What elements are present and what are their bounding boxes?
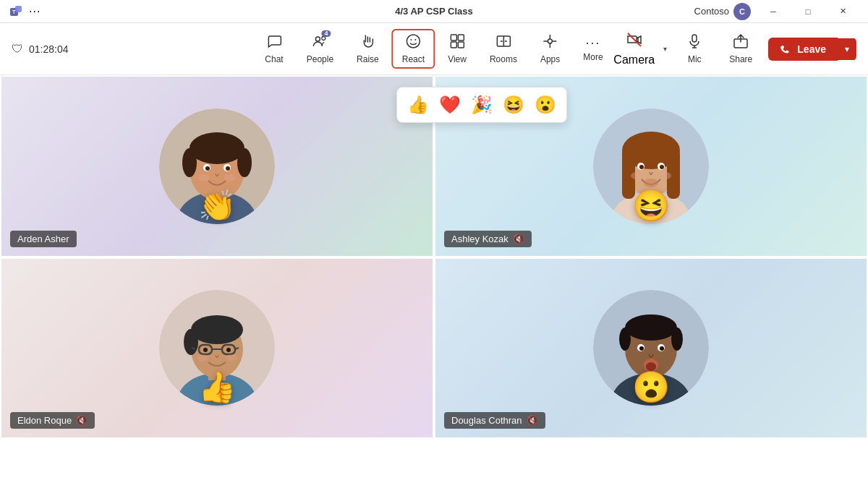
reaction-ashley: 😆 (632, 188, 670, 223)
svg-point-70 (625, 314, 677, 341)
camera-chevron-icon: ▾ (663, 45, 667, 53)
svg-rect-20 (692, 35, 697, 42)
close-button[interactable]: ✕ (826, 0, 859, 23)
toolbar-right: Camera ▾ Mic (608, 27, 856, 71)
react-laugh[interactable]: 😆 (501, 93, 526, 116)
apps-label: Apps (540, 54, 560, 64)
reaction-arden: 👏 (198, 188, 236, 223)
svg-point-46 (639, 165, 644, 169)
title-bar-left: T ··· (9, 4, 41, 19)
svg-point-48 (644, 179, 658, 187)
name-badge-arden: Arden Asher (10, 231, 77, 247)
react-label: React (402, 54, 425, 64)
maximize-button[interactable]: □ (791, 0, 825, 23)
svg-point-34 (226, 166, 230, 171)
chat-icon (266, 33, 282, 51)
eldon-mic-icon: 🔇 (76, 415, 88, 426)
react-thumbsup[interactable]: 👍 (406, 93, 430, 116)
svg-point-36 (224, 174, 236, 181)
mic-icon (686, 33, 702, 51)
camera-button[interactable]: Camera (608, 27, 660, 71)
svg-point-72 (671, 328, 683, 351)
toolbar: 🛡 01:28:04 Chat 4 Peopl (0, 23, 868, 75)
apps-icon (542, 33, 558, 51)
douglas-mic-icon: 🔇 (527, 415, 538, 426)
arden-name-label: Arden Asher (17, 234, 69, 244)
react-wow[interactable]: 😮 (533, 93, 558, 116)
svg-point-50 (660, 172, 671, 179)
more-dots[interactable]: ··· (29, 5, 41, 18)
svg-point-14 (548, 39, 553, 43)
ashley-mic-icon: 🔇 (513, 234, 524, 244)
reaction-douglas: 😮 (632, 369, 670, 405)
raise-button[interactable]: Raise (346, 29, 389, 69)
leave-label: Leave (797, 43, 826, 55)
svg-point-75 (639, 346, 644, 351)
chat-label: Chat (265, 54, 283, 64)
video-cell-arden: 👏 Arden Asher (0, 75, 434, 257)
share-label: Share (729, 54, 752, 64)
meeting-title: 4/3 AP CSP Class (395, 6, 472, 17)
share-button[interactable]: Share (719, 29, 762, 69)
mic-button[interactable]: Mic (676, 29, 713, 69)
camera-caret-button[interactable]: ▾ (660, 40, 670, 57)
rooms-button[interactable]: Rooms (480, 29, 527, 69)
camera-label: Camera (613, 53, 655, 67)
rooms-label: Rooms (490, 54, 517, 64)
svg-point-33 (205, 166, 210, 171)
svg-point-4 (322, 37, 326, 40)
people-button[interactable]: 4 People (297, 29, 344, 69)
svg-text:T: T (12, 9, 16, 14)
people-label: People (307, 54, 333, 64)
svg-point-3 (315, 37, 320, 41)
leave-button-group: Leave ▾ (768, 38, 856, 61)
leave-main-button[interactable]: Leave (768, 38, 838, 61)
share-icon (733, 33, 749, 51)
react-party[interactable]: 🎉 (469, 93, 494, 116)
react-button[interactable]: React (392, 29, 435, 69)
view-label: View (448, 54, 467, 64)
user-info: Contoso C (694, 3, 751, 20)
video-cell-douglas: 😮 Douglas Cothran 🔇 (434, 257, 868, 440)
react-icon (405, 33, 421, 51)
title-bar-right: Contoso C ─ □ ✕ (694, 0, 859, 23)
react-heart[interactable]: ❤️ (438, 93, 462, 116)
minimize-button[interactable]: ─ (757, 0, 790, 23)
raise-hand-icon (359, 33, 375, 51)
svg-point-71 (619, 328, 631, 351)
eldon-name-label: Eldon Roque (17, 415, 72, 426)
rooms-icon (495, 33, 511, 51)
name-badge-eldon: Eldon Roque 🔇 (10, 412, 95, 429)
svg-rect-11 (458, 42, 464, 48)
reaction-eldon: 👍 (198, 369, 236, 405)
video-cell-eldon: 👍 Eldon Roque 🔇 (0, 257, 434, 440)
svg-point-49 (631, 172, 642, 179)
more-button[interactable]: ··· More (573, 32, 613, 67)
svg-rect-1 (15, 6, 22, 12)
window-controls: ─ □ ✕ (757, 0, 859, 23)
svg-point-35 (198, 174, 210, 181)
svg-rect-9 (458, 35, 464, 40)
view-icon (449, 33, 465, 51)
view-button[interactable]: View (438, 29, 477, 69)
svg-point-62 (203, 348, 208, 352)
svg-rect-8 (451, 35, 456, 40)
people-icon: 4 (312, 33, 328, 51)
svg-point-63 (226, 348, 231, 352)
user-avatar: C (733, 3, 751, 20)
chat-button[interactable]: Chat (255, 29, 293, 69)
leave-phone-icon (780, 43, 791, 55)
toolbar-left: 🛡 01:28:04 (12, 43, 69, 56)
apps-button[interactable]: Apps (530, 29, 570, 69)
more-label: More (583, 52, 603, 62)
svg-point-28 (190, 132, 244, 164)
camera-off-icon (626, 32, 642, 51)
svg-point-47 (660, 165, 664, 169)
leave-caret-button[interactable]: ▾ (838, 38, 856, 60)
more-icon: ··· (585, 36, 600, 49)
teams-logo-icon: T (9, 4, 23, 19)
svg-point-55 (191, 315, 243, 344)
video-grid: 👏 Arden Asher (0, 75, 868, 439)
raise-label: Raise (357, 54, 379, 64)
svg-rect-10 (451, 42, 456, 48)
